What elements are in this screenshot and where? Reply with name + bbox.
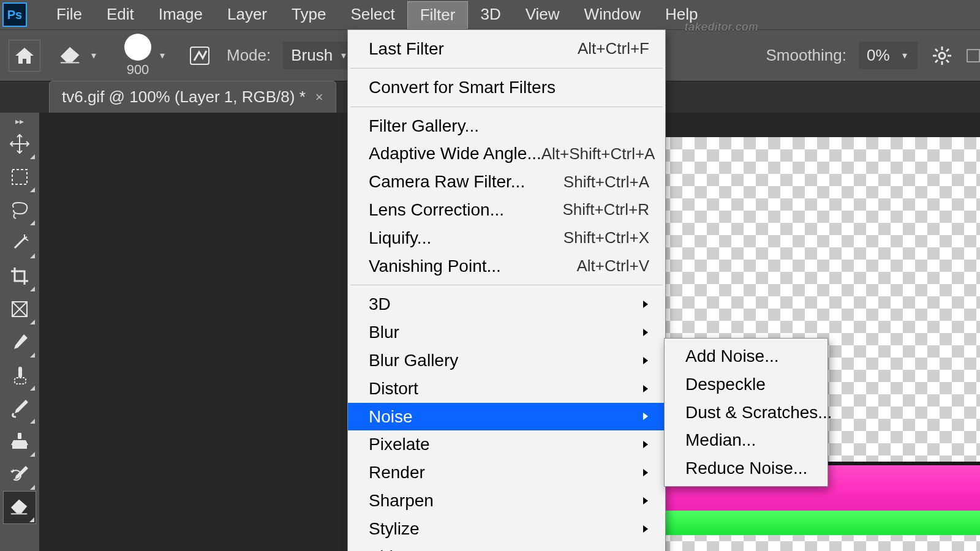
menu-item-liquify[interactable]: Liquify...Shift+Ctrl+X xyxy=(348,224,665,252)
menu-item-despeckle[interactable]: Despeckle xyxy=(665,370,827,399)
menu-item-stylize[interactable]: Stylize xyxy=(348,515,665,543)
menu-type[interactable]: Type xyxy=(279,1,338,29)
rectangular-marquee-tool[interactable] xyxy=(3,160,36,193)
menu-item-reduce-noise[interactable]: Reduce Noise... xyxy=(665,454,827,482)
smoothing-dropdown[interactable]: 0% ▾ xyxy=(859,42,918,69)
menu-item-label: Noise xyxy=(369,405,413,429)
spot-healing-brush-tool[interactable] xyxy=(3,359,36,392)
lasso-tool[interactable] xyxy=(3,193,36,227)
submenu-arrow-icon xyxy=(638,356,649,365)
menu-item-label: Despeckle xyxy=(685,373,766,396)
menu-view[interactable]: View xyxy=(513,1,572,29)
menu-item-label: Reduce Noise... xyxy=(685,457,807,480)
menu-item-label: Vanishing Point... xyxy=(369,255,501,278)
menu-item-noise[interactable]: Noise xyxy=(348,403,665,431)
menu-item-video[interactable]: Video xyxy=(348,543,665,551)
svg-rect-22 xyxy=(18,367,22,378)
menu-item-label: Blur Gallery xyxy=(369,349,458,372)
frame-tool[interactable] xyxy=(3,293,36,326)
clone-stamp-tool[interactable] xyxy=(3,425,36,458)
history-brush-tool[interactable] xyxy=(3,458,36,491)
eraser-tool-preset[interactable]: ▾ xyxy=(53,43,105,68)
gear-icon xyxy=(932,46,952,66)
home-button[interactable] xyxy=(9,40,40,72)
menu-item-label: Pixelate xyxy=(369,433,430,456)
svg-rect-23 xyxy=(15,378,26,384)
eyedropper-tool[interactable] xyxy=(3,326,36,359)
menu-3d[interactable]: 3D xyxy=(468,1,513,29)
menu-item-add-noise[interactable]: Add Noise... xyxy=(665,342,827,370)
svg-rect-25 xyxy=(12,445,27,449)
smoothing-label: Smoothing: xyxy=(766,46,846,65)
menu-item-vanishing-point[interactable]: Vanishing Point...Alt+Ctrl+V xyxy=(348,252,665,280)
menu-item-lens-correction[interactable]: Lens Correction...Shift+Ctrl+R xyxy=(348,196,665,224)
menu-layer[interactable]: Layer xyxy=(215,1,279,29)
brush-preview-icon xyxy=(124,34,151,61)
menu-item-label: Sharpen xyxy=(369,489,434,512)
spot-healing-brush-tool-icon xyxy=(10,365,29,385)
svg-line-8 xyxy=(935,49,938,51)
menu-item-blur-gallery[interactable]: Blur Gallery xyxy=(348,347,665,375)
menu-item-convert-for-smart-filters[interactable]: Convert for Smart Filters xyxy=(348,73,665,102)
move-tool-icon xyxy=(9,133,30,154)
erase-history-checkbox[interactable] xyxy=(967,49,980,62)
svg-line-15 xyxy=(15,238,24,248)
magic-wand-tool[interactable] xyxy=(3,227,36,260)
move-tool[interactable] xyxy=(3,127,36,160)
brush-preset-picker[interactable]: 900 ▾ xyxy=(118,31,174,81)
flyout-corner-icon xyxy=(30,353,35,358)
document-tab[interactable]: tv6.gif @ 100% (Layer 1, RGB/8) * × xyxy=(49,81,336,113)
chevron-down-icon: ▾ xyxy=(89,51,99,61)
svg-rect-24 xyxy=(18,433,21,439)
flyout-corner-icon xyxy=(30,485,35,490)
svg-rect-27 xyxy=(11,513,27,514)
menu-edit[interactable]: Edit xyxy=(94,1,146,29)
menu-window[interactable]: Window xyxy=(572,1,653,29)
watermark-text: takeditor.com xyxy=(685,21,758,34)
menu-item-median[interactable]: Median... xyxy=(665,426,827,454)
svg-line-11 xyxy=(935,60,938,62)
rectangular-marquee-tool-icon xyxy=(10,168,29,186)
frame-tool-icon xyxy=(10,300,29,318)
mode-dropdown[interactable]: Brush ▾ xyxy=(283,42,356,69)
app-logo: Ps xyxy=(2,2,27,27)
menu-item-sharpen[interactable]: Sharpen xyxy=(348,487,665,515)
submenu-arrow-icon xyxy=(638,328,649,337)
menu-item-pixelate[interactable]: Pixelate xyxy=(348,430,665,459)
menu-item-label: Distort xyxy=(369,377,418,400)
menu-item-filter-gallery[interactable]: Filter Gallery... xyxy=(348,112,665,140)
menu-item-label: Convert for Smart Filters xyxy=(369,76,556,99)
submenu-arrow-icon xyxy=(638,299,649,309)
filter-menu-dropdown: Last FilterAlt+Ctrl+FConvert for Smart F… xyxy=(347,29,666,551)
noise-submenu: Add Noise...DespeckleDust & Scratches...… xyxy=(664,338,828,487)
menu-item-render[interactable]: Render xyxy=(348,459,665,487)
menu-filter[interactable]: Filter xyxy=(407,1,469,29)
menu-item-blur[interactable]: Blur xyxy=(348,318,665,347)
chevron-down-icon: ▾ xyxy=(900,51,910,61)
menu-item-shortcut: Alt+Ctrl+F xyxy=(578,38,649,59)
close-icon[interactable]: × xyxy=(315,89,323,105)
crop-tool[interactable] xyxy=(3,260,36,293)
brush-tool[interactable] xyxy=(3,392,36,425)
options-gear-button[interactable] xyxy=(930,43,954,68)
brush-settings-button[interactable] xyxy=(186,42,214,70)
menu-select[interactable]: Select xyxy=(338,1,407,29)
menu-item-label: Blur xyxy=(369,321,399,344)
flyout-corner-icon xyxy=(30,253,35,258)
menu-item-label: Add Noise... xyxy=(685,345,779,368)
menu-separator xyxy=(350,68,663,69)
menu-item-3d[interactable]: 3D xyxy=(348,290,665,318)
eraser-tool[interactable] xyxy=(3,491,36,524)
menu-item-adaptive-wide-angle[interactable]: Adaptive Wide Angle...Alt+Shift+Ctrl+A xyxy=(348,140,665,168)
menu-file[interactable]: File xyxy=(44,1,94,29)
menu-item-shortcut: Shift+Ctrl+R xyxy=(562,199,649,220)
menu-item-last-filter[interactable]: Last FilterAlt+Ctrl+F xyxy=(348,35,665,63)
menu-image[interactable]: Image xyxy=(146,1,215,29)
menu-item-camera-raw-filter[interactable]: Camera Raw Filter...Shift+Ctrl+A xyxy=(348,168,665,196)
menu-item-distort[interactable]: Distort xyxy=(348,375,665,403)
menu-item-label: Dust & Scratches... xyxy=(685,401,832,424)
menu-item-label: Stylize xyxy=(369,517,419,541)
toolbar-grip-icon[interactable]: ▸▸ xyxy=(13,116,26,122)
svg-rect-14 xyxy=(12,170,27,184)
menu-item-dust-scratches[interactable]: Dust & Scratches... xyxy=(665,399,827,427)
